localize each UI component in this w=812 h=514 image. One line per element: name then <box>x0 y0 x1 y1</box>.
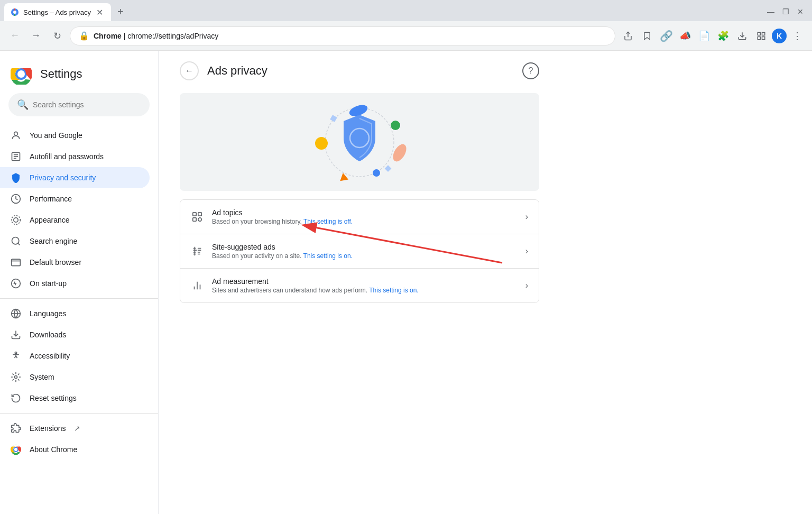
close-button[interactable]: ✕ <box>793 4 808 19</box>
back-button[interactable]: ← <box>6 27 23 44</box>
tab-close-button[interactable]: ✕ <box>95 7 105 17</box>
new-tab-button[interactable]: + <box>113 4 128 19</box>
sidebar-item-performance[interactable]: Performance <box>0 188 150 209</box>
site-suggested-icon <box>191 245 204 258</box>
sidebar-item-privacy-security[interactable]: Privacy and security <box>0 167 150 188</box>
svg-rect-6 <box>762 36 765 39</box>
extensions-puzzle-icon[interactable]: 🧩 <box>715 27 732 44</box>
svg-point-18 <box>12 216 21 225</box>
accessibility-icon <box>11 351 21 361</box>
sidebar-item-autofill[interactable]: Autofill and passwords <box>0 146 150 167</box>
sidebar-item-search-engine[interactable]: Search engine <box>0 231 150 252</box>
content-area: ← Ads privacy ? <box>159 51 560 314</box>
settings-title: Settings <box>40 67 82 81</box>
sidebar-item-downloads[interactable]: Downloads <box>0 324 150 345</box>
minimize-button[interactable]: — <box>763 4 778 19</box>
svg-point-10 <box>17 70 25 78</box>
browser-frame: Settings – Ads privacy ✕ + — ❐ ✕ ← → ↻ 🔒… <box>0 0 812 514</box>
sidebar-item-appearance[interactable]: Appearance <box>0 209 150 231</box>
ad-measurement-title: Ad measurement <box>212 277 517 286</box>
settings-content-wrapper: Ad topics Based on your browsing history… <box>180 199 539 303</box>
menu-button[interactable]: ⋮ <box>789 27 806 44</box>
ad-measurement-item[interactable]: Ad measurement Sites and advertisers can… <box>180 269 539 302</box>
ad-topics-pre-text: Based on your browsing history. <box>212 218 303 225</box>
active-tab[interactable]: Settings – Ads privacy ✕ <box>4 3 111 21</box>
bookmark-icon[interactable] <box>639 27 656 44</box>
sidebar-label-search-engine: Search engine <box>30 237 77 245</box>
profile-button[interactable]: K <box>772 29 787 43</box>
ad-measurement-icon <box>191 279 204 292</box>
svg-point-37 <box>373 169 380 177</box>
sidebar-label-on-startup: On start-up <box>30 279 67 288</box>
forward-button[interactable]: → <box>27 27 44 44</box>
site-suggested-desc: Based on your activity on a site. This s… <box>212 252 517 260</box>
sidebar-label-downloads: Downloads <box>30 331 66 339</box>
extension3-icon[interactable]: 📄 <box>696 27 713 44</box>
sidebar-item-you-google[interactable]: You and Google <box>0 125 150 146</box>
svg-point-17 <box>14 218 18 222</box>
zoom-icon[interactable] <box>753 27 770 44</box>
share-icon[interactable] <box>620 27 636 44</box>
svg-rect-43 <box>193 218 196 221</box>
maximize-button[interactable]: ❐ <box>778 4 793 19</box>
extension2-icon[interactable]: 📣 <box>677 27 694 44</box>
svg-rect-38 <box>330 115 337 122</box>
reload-button[interactable]: ↻ <box>49 27 66 44</box>
ad-topics-title: Ad topics <box>212 208 517 217</box>
site-suggested-ads-item[interactable]: Site-suggested ads Based on your activit… <box>180 234 539 269</box>
sidebar-item-extensions[interactable]: Extensions ↗ <box>0 418 150 439</box>
sidebar-item-system[interactable]: System <box>0 366 150 388</box>
url-bar[interactable]: 🔒 Chrome | chrome://settings/adPrivacy <box>70 26 615 45</box>
svg-rect-39 <box>385 165 392 172</box>
sidebar-label-privacy-security: Privacy and security <box>30 173 96 182</box>
back-to-privacy-button[interactable]: ← <box>180 61 199 80</box>
sidebar-item-reset[interactable]: Reset settings <box>0 388 150 409</box>
site-suggested-status-text: This setting is on. <box>303 252 353 260</box>
svg-rect-42 <box>198 213 201 216</box>
sidebar-label-default-browser: Default browser <box>30 258 81 267</box>
language-icon <box>11 308 21 319</box>
ad-topics-status-text: This setting is off. <box>303 218 353 225</box>
settings-header: Settings <box>0 59 158 93</box>
page-header-left: ← Ads privacy <box>180 61 267 80</box>
shield-illustration-svg <box>301 100 418 185</box>
sidebar-label-extensions: Extensions <box>30 424 66 433</box>
ad-topics-item[interactable]: Ad topics Based on your browsing history… <box>180 200 539 234</box>
sidebar-label-performance: Performance <box>30 195 72 203</box>
site-suggested-pre-text: Based on your activity on a site. <box>212 252 303 260</box>
hero-illustration <box>180 93 539 191</box>
sidebar-label-appearance: Appearance <box>30 216 70 224</box>
svg-point-1 <box>13 11 16 14</box>
svg-marker-36 <box>339 172 348 181</box>
main-content: ← Ads privacy ? <box>159 51 812 514</box>
appearance-icon <box>11 215 21 225</box>
ad-measurement-arrow-icon: › <box>525 281 528 290</box>
download-sidebar-icon <box>11 329 21 340</box>
address-bar: ← → ↻ 🔒 Chrome | chrome://settings/adPri… <box>0 21 812 51</box>
sidebar-divider-1 <box>0 298 158 299</box>
help-button[interactable]: ? <box>522 62 539 79</box>
sidebar-item-about-chrome[interactable]: About Chrome <box>0 439 150 460</box>
tab-bar: Settings – Ads privacy ✕ + — ❐ ✕ <box>0 0 812 21</box>
sidebar-label-autofill: Autofill and passwords <box>30 152 104 161</box>
sidebar-divider-2 <box>0 413 158 414</box>
browser-icon <box>11 257 21 268</box>
svg-rect-5 <box>762 32 765 35</box>
startup-icon <box>11 278 21 289</box>
ad-topics-arrow-icon: › <box>525 212 528 222</box>
system-icon <box>11 372 21 382</box>
sidebar-item-default-browser[interactable]: Default browser <box>0 252 150 273</box>
ad-measurement-status-text: This setting is on. <box>369 287 418 294</box>
search-input[interactable] <box>33 100 141 109</box>
lock-icon: 🔒 <box>79 31 89 41</box>
sidebar-item-accessibility[interactable]: Accessibility <box>0 345 150 366</box>
sidebar-item-on-startup[interactable]: On start-up <box>0 273 150 294</box>
extension1-icon[interactable]: 🔗 <box>658 27 675 44</box>
settings-search-bar[interactable]: 🔍 <box>8 93 150 116</box>
shield-icon <box>11 172 21 183</box>
sidebar-item-languages[interactable]: Languages <box>0 303 150 324</box>
sidebar-label-you-google: You and Google <box>30 131 82 140</box>
download-icon[interactable] <box>734 27 751 44</box>
ad-measurement-text: Ad measurement Sites and advertisers can… <box>212 277 517 294</box>
autofill-icon <box>11 151 21 162</box>
